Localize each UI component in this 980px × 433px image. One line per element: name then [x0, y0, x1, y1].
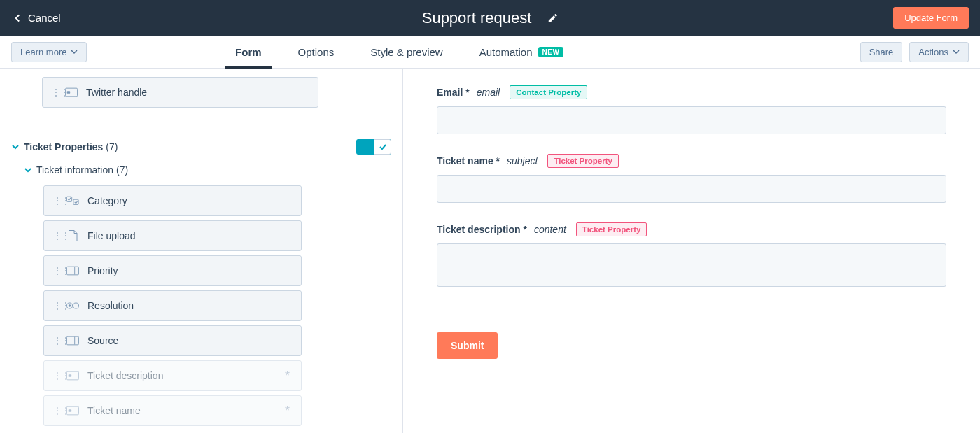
tab-automation[interactable]: AutomationNEW	[479, 36, 564, 68]
svg-point-8	[73, 303, 78, 308]
file-icon	[66, 231, 79, 241]
update-form-button[interactable]: Update Form	[893, 7, 969, 29]
grip-icon: ⋮⋮	[52, 374, 58, 378]
field-ticket-description: ⋮⋮Ticket description*	[43, 360, 302, 391]
group-header: Ticket Properties (7)	[11, 139, 391, 155]
field-file-upload[interactable]: ⋮⋮File upload	[43, 220, 302, 251]
field-category[interactable]: ⋮⋮Category	[43, 185, 302, 216]
required-asterisk: *	[285, 404, 290, 418]
sub-count: (7)	[116, 164, 128, 176]
group-count: (7)	[106, 141, 118, 152]
field-label: Twitter handle	[86, 87, 309, 98]
actions-label: Actions	[918, 47, 948, 57]
svg-rect-12	[69, 374, 72, 377]
field-label: Category	[88, 195, 293, 206]
content-input[interactable]	[437, 243, 946, 287]
submit-button[interactable]: Submit	[437, 332, 498, 359]
svg-point-7	[69, 304, 71, 307]
caret-down-icon	[71, 48, 78, 55]
grip-icon: ⋮⋮	[52, 339, 58, 343]
select-icon	[66, 266, 79, 276]
group-toggle[interactable]	[356, 139, 391, 155]
svg-rect-9	[66, 336, 78, 345]
email-input[interactable]	[437, 106, 946, 134]
check-icon	[379, 143, 387, 151]
field-label: Ticket description	[88, 370, 276, 381]
label-row: Ticket name *subjectTicket Property	[437, 154, 946, 168]
tab-label: Style & preview	[370, 46, 442, 58]
left-pane: ⋮⋮ Twitter handle Ticket Properties (7)	[0, 69, 403, 433]
subject-input[interactable]	[437, 175, 946, 203]
tab-label: Options	[298, 46, 335, 58]
tab-label: Automation	[479, 46, 533, 58]
label-row: Ticket description *contentTicket Proper…	[437, 222, 946, 236]
tab-label: Form	[235, 46, 262, 58]
field-internal-name: email	[477, 87, 500, 98]
svg-rect-14	[69, 409, 72, 412]
form-field-content: Ticket description *contentTicket Proper…	[437, 222, 946, 289]
field-stack: ⋮⋮Category⋮⋮File upload⋮⋮Priority⋮⋮Resol…	[43, 185, 302, 426]
svg-rect-1	[67, 91, 71, 94]
field-source[interactable]: ⋮⋮Source	[43, 325, 302, 356]
grip-icon: ⋮⋮	[52, 269, 58, 273]
new-badge: NEW	[538, 47, 564, 57]
page-title: Support request	[422, 9, 532, 27]
right-pane: Email *emailContact PropertyTicket name …	[403, 69, 980, 433]
grip-icon: ⋮⋮	[52, 304, 58, 308]
chevron-left-icon	[11, 12, 24, 24]
tab-options[interactable]: Options	[298, 36, 335, 68]
form-field-email: Email *emailContact Property	[437, 85, 946, 134]
field-label: Resolution	[88, 300, 293, 311]
field-internal-name: content	[534, 224, 566, 235]
form-canvas: Email *emailContact PropertyTicket name …	[403, 69, 980, 433]
text-icon	[66, 371, 79, 381]
share-button[interactable]: Share	[860, 42, 903, 62]
field-label: Priority	[88, 265, 293, 276]
grip-icon: ⋮⋮	[52, 234, 58, 238]
contact-property-badge: Contact Property	[510, 85, 587, 99]
ticket-property-badge: Ticket Property	[576, 222, 648, 236]
form-field-subject: Ticket name *subjectTicket Property	[437, 154, 946, 203]
checkboxes-icon	[66, 196, 79, 206]
cancel-label: Cancel	[28, 12, 61, 24]
group-title: Ticket Properties	[24, 141, 103, 152]
radio-icon	[66, 301, 79, 311]
text-field-icon	[65, 87, 78, 97]
learn-more-button[interactable]: Learn more	[11, 42, 87, 62]
learn-more-label: Learn more	[20, 47, 66, 57]
field-label: Email *	[437, 87, 470, 98]
tab-form[interactable]: Form	[235, 36, 262, 68]
ticket-property-badge: Ticket Property	[547, 154, 619, 168]
field-twitter-handle[interactable]: ⋮⋮ Twitter handle	[42, 77, 318, 108]
tab-style-preview[interactable]: Style & preview	[370, 36, 442, 68]
cancel-button[interactable]: Cancel	[11, 12, 61, 24]
grip-icon: ⋮⋮	[52, 409, 58, 413]
field-resolution[interactable]: ⋮⋮Resolution	[43, 290, 302, 321]
content: ⋮⋮ Twitter handle Ticket Properties (7)	[0, 69, 980, 433]
actions-button[interactable]: Actions	[909, 42, 969, 62]
group-block: Ticket Properties (7) Ticket information…	[0, 122, 402, 433]
caret-down-icon[interactable]	[11, 143, 20, 151]
edit-title-button[interactable]	[547, 13, 558, 24]
field-label: Ticket name	[88, 405, 276, 416]
caret-down-icon[interactable]	[24, 166, 32, 174]
required-asterisk: *	[285, 369, 290, 383]
grip-icon: ⋮⋮	[51, 91, 57, 94]
sub-bar: Learn more FormOptionsStyle & previewAut…	[0, 36, 980, 69]
pencil-icon	[547, 13, 558, 24]
grip-icon: ⋮⋮	[52, 199, 58, 203]
tabs: FormOptionsStyle & previewAutomationNEW	[235, 36, 564, 68]
text-icon	[66, 406, 79, 416]
select-icon	[66, 336, 79, 346]
title-wrap: Support request	[422, 9, 559, 27]
field-priority[interactable]: ⋮⋮Priority	[43, 255, 302, 286]
field-internal-name: subject	[507, 155, 538, 166]
caret-down-icon	[953, 48, 960, 55]
orphan-section: ⋮⋮ Twitter handle	[0, 69, 402, 122]
sub-header: Ticket information (7)	[24, 164, 391, 176]
field-label: File upload	[88, 230, 293, 241]
label-row: Email *emailContact Property	[437, 85, 946, 99]
field-ticket-name: ⋮⋮Ticket name*	[43, 395, 302, 426]
toggle-thumb	[374, 139, 391, 155]
field-label: Source	[88, 335, 293, 346]
